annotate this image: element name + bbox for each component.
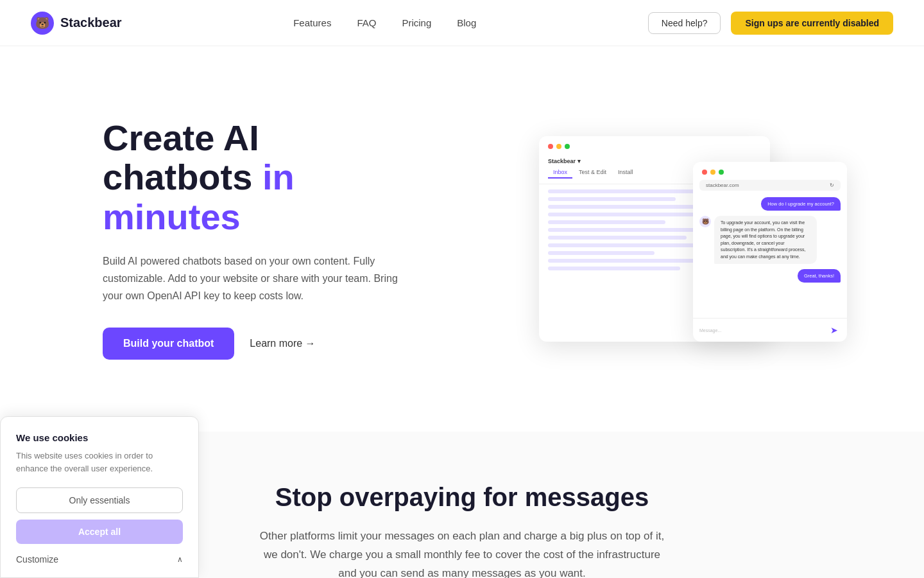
chat-send-button[interactable]: ➤ — [828, 324, 841, 337]
dot-green — [565, 144, 570, 149]
mock-line-9 — [548, 251, 654, 255]
mock-chat-window: stackbear.com ↻ How do I upgrade my acco… — [693, 162, 847, 342]
help-button[interactable]: Need help? — [648, 12, 721, 34]
hero-subtitle: Build AI powered chatbots based on your … — [103, 252, 398, 305]
chat-question-bubble: How do I upgrade my account? — [761, 197, 841, 211]
mock-url-bar: stackbear.com ↻ — [699, 180, 841, 191]
stop-body: Other platforms limit your messages on e… — [257, 527, 667, 578]
hero-title-line2: chatbots — [103, 157, 262, 197]
mock-tab-test[interactable]: Test & Edit — [574, 167, 612, 179]
mock-line-5 — [548, 220, 665, 224]
nav-logo[interactable]: 🐻 Stackbear — [31, 12, 122, 35]
chat-input-placeholder: Message... — [699, 328, 721, 333]
cookie-accept-button[interactable]: Accept all — [16, 520, 183, 544]
cookie-chevron-icon: ∧ — [177, 555, 183, 564]
hero-illustration: Stackbear ▾ Inbox Test & Edit Install — [539, 123, 847, 355]
chat-ok-bubble: Great, thanks! — [798, 269, 841, 283]
hero-actions: Build your chatbot Learn more → — [103, 328, 398, 360]
logo-icon: 🐻 — [31, 12, 54, 35]
chat-messages: How do I upgrade my account? 🐻 To upgrad… — [693, 191, 847, 318]
mock-url-text: stackbear.com — [706, 182, 739, 188]
hero-content: Create AI chatbots in minutes Build AI p… — [103, 118, 398, 360]
nav-links: Features FAQ Pricing Blog — [293, 17, 476, 28]
dot-yellow — [556, 144, 561, 149]
mock-line-2 — [548, 197, 676, 201]
chat-answer-bubble: To upgrade your account, you can visit t… — [714, 216, 817, 264]
nav-link-features[interactable]: Features — [293, 17, 331, 28]
navbar: 🐻 Stackbear Features FAQ Pricing Blog Ne… — [0, 0, 924, 46]
cookie-customize-label: Customize — [16, 554, 58, 565]
hero-title-line1: Create AI — [103, 118, 259, 158]
chat-dot-red — [702, 170, 707, 175]
nav-link-blog[interactable]: Blog — [457, 17, 476, 28]
hero-title: Create AI chatbots in minutes — [103, 118, 398, 237]
chat-dot-yellow — [710, 170, 715, 175]
cookie-essentials-button[interactable]: Only essentials — [16, 487, 183, 513]
mock-tab-inbox[interactable]: Inbox — [548, 167, 572, 179]
nav-right: Need help? Sign ups are currently disabl… — [648, 12, 893, 35]
nav-link-pricing[interactable]: Pricing — [402, 17, 431, 28]
hero-title-accent: in — [262, 157, 295, 197]
chat-input-row: Message... ➤ — [693, 318, 847, 342]
mock-url-icon: ↻ — [830, 182, 834, 188]
chat-dot-green — [719, 170, 724, 175]
cookie-body: This website uses cookies in order to en… — [16, 450, 183, 475]
mock-line-4 — [548, 213, 697, 216]
mock-line-11 — [548, 267, 680, 270]
cookie-title: We use cookies — [16, 432, 183, 443]
mock-tab-install[interactable]: Install — [613, 167, 638, 179]
bot-avatar: 🐻 — [699, 216, 711, 227]
hero-title-line3: minutes — [103, 197, 241, 237]
cookie-banner: We use cookies This website uses cookies… — [0, 416, 199, 578]
signup-button[interactable]: Sign ups are currently disabled — [731, 12, 893, 35]
build-chatbot-button[interactable]: Build your chatbot — [103, 328, 234, 360]
mock-titlebar — [539, 136, 770, 154]
logo-text: Stackbear — [60, 15, 122, 30]
mock-line-7 — [548, 236, 687, 240]
mock-line-8 — [548, 243, 708, 247]
learn-more-button[interactable]: Learn more → — [250, 338, 315, 349]
hero-section: Create AI chatbots in minutes Build AI p… — [0, 46, 924, 432]
cookie-customize-row[interactable]: Customize ∧ — [16, 554, 183, 565]
dot-red — [548, 144, 553, 149]
nav-link-faq[interactable]: FAQ — [357, 17, 376, 28]
mock-chat-titlebar — [693, 162, 847, 180]
